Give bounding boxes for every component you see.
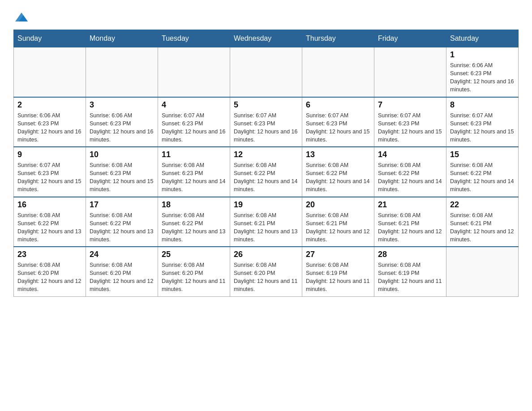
day-number: 22 [450, 200, 515, 210]
calendar-cell: 18Sunrise: 6:08 AMSunset: 6:22 PMDayligh… [158, 197, 230, 247]
day-number: 1 [450, 50, 515, 60]
calendar-cell: 26Sunrise: 6:08 AMSunset: 6:20 PMDayligh… [230, 247, 302, 296]
day-info: Sunrise: 6:07 AMSunset: 6:23 PMDaylight:… [17, 161, 82, 194]
weekday-header-friday: Friday [374, 30, 446, 47]
calendar-cell: 7Sunrise: 6:07 AMSunset: 6:23 PMDaylight… [374, 97, 446, 147]
calendar-cell: 9Sunrise: 6:07 AMSunset: 6:23 PMDaylight… [14, 147, 86, 197]
calendar-cell: 2Sunrise: 6:06 AMSunset: 6:23 PMDaylight… [14, 97, 86, 147]
day-info: Sunrise: 6:08 AMSunset: 6:21 PMDaylight:… [306, 211, 370, 244]
calendar-cell [230, 47, 302, 97]
calendar-cell: 11Sunrise: 6:08 AMSunset: 6:23 PMDayligh… [158, 147, 230, 197]
weekday-header-sunday: Sunday [14, 30, 86, 47]
day-number: 16 [17, 200, 82, 210]
calendar-cell: 28Sunrise: 6:08 AMSunset: 6:19 PMDayligh… [374, 247, 446, 296]
calendar-table: SundayMondayTuesdayWednesdayThursdayFrid… [13, 30, 519, 297]
day-info: Sunrise: 6:08 AMSunset: 6:20 PMDaylight:… [17, 261, 82, 294]
day-info: Sunrise: 6:08 AMSunset: 6:19 PMDaylight:… [306, 261, 370, 294]
day-info: Sunrise: 6:08 AMSunset: 6:21 PMDaylight:… [450, 211, 515, 244]
day-info: Sunrise: 6:06 AMSunset: 6:23 PMDaylight:… [450, 61, 515, 94]
calendar-cell: 20Sunrise: 6:08 AMSunset: 6:21 PMDayligh… [302, 197, 374, 247]
day-info: Sunrise: 6:08 AMSunset: 6:22 PMDaylight:… [162, 211, 226, 244]
day-number: 24 [90, 250, 154, 259]
calendar-cell [86, 47, 158, 97]
weekday-header-wednesday: Wednesday [230, 30, 302, 47]
day-info: Sunrise: 6:07 AMSunset: 6:23 PMDaylight:… [306, 111, 370, 144]
day-number: 17 [90, 200, 154, 210]
day-number: 6 [306, 100, 370, 110]
calendar-week-1: 1Sunrise: 6:06 AMSunset: 6:23 PMDaylight… [14, 47, 519, 97]
day-number: 19 [234, 200, 298, 210]
day-number: 4 [162, 100, 226, 110]
calendar-cell [446, 247, 519, 296]
day-info: Sunrise: 6:08 AMSunset: 6:20 PMDaylight:… [162, 261, 226, 294]
day-info: Sunrise: 6:08 AMSunset: 6:23 PMDaylight:… [90, 161, 154, 194]
day-number: 26 [234, 250, 298, 259]
calendar-cell [14, 47, 86, 97]
calendar-week-5: 23Sunrise: 6:08 AMSunset: 6:20 PMDayligh… [14, 247, 519, 296]
day-number: 2 [17, 100, 82, 110]
day-number: 20 [306, 200, 370, 210]
day-info: Sunrise: 6:07 AMSunset: 6:23 PMDaylight:… [162, 111, 226, 144]
page-header [13, 9, 519, 25]
day-number: 3 [90, 100, 154, 110]
calendar-cell: 10Sunrise: 6:08 AMSunset: 6:23 PMDayligh… [86, 147, 158, 197]
day-info: Sunrise: 6:08 AMSunset: 6:22 PMDaylight:… [17, 211, 82, 244]
day-info: Sunrise: 6:08 AMSunset: 6:20 PMDaylight:… [234, 261, 298, 294]
calendar-cell: 3Sunrise: 6:06 AMSunset: 6:23 PMDaylight… [86, 97, 158, 147]
logo [13, 9, 30, 25]
day-info: Sunrise: 6:06 AMSunset: 6:23 PMDaylight:… [90, 111, 154, 144]
calendar-cell: 12Sunrise: 6:08 AMSunset: 6:22 PMDayligh… [230, 147, 302, 197]
day-info: Sunrise: 6:08 AMSunset: 6:21 PMDaylight:… [378, 211, 442, 244]
calendar-cell: 14Sunrise: 6:08 AMSunset: 6:22 PMDayligh… [374, 147, 446, 197]
day-number: 28 [378, 250, 442, 259]
weekday-header-tuesday: Tuesday [158, 30, 230, 47]
day-info: Sunrise: 6:07 AMSunset: 6:23 PMDaylight:… [234, 111, 298, 144]
calendar-cell [374, 47, 446, 97]
day-number: 21 [378, 200, 442, 210]
calendar-cell: 15Sunrise: 6:08 AMSunset: 6:22 PMDayligh… [446, 147, 519, 197]
weekday-header-thursday: Thursday [302, 30, 374, 47]
day-number: 7 [378, 100, 442, 110]
day-info: Sunrise: 6:08 AMSunset: 6:22 PMDaylight:… [306, 161, 370, 194]
calendar-week-2: 2Sunrise: 6:06 AMSunset: 6:23 PMDaylight… [14, 97, 519, 147]
calendar-cell: 21Sunrise: 6:08 AMSunset: 6:21 PMDayligh… [374, 197, 446, 247]
calendar-cell: 25Sunrise: 6:08 AMSunset: 6:20 PMDayligh… [158, 247, 230, 296]
day-info: Sunrise: 6:08 AMSunset: 6:20 PMDaylight:… [90, 261, 154, 294]
day-number: 25 [162, 250, 226, 259]
day-number: 27 [306, 250, 370, 259]
day-info: Sunrise: 6:08 AMSunset: 6:22 PMDaylight:… [234, 161, 298, 194]
calendar-cell: 5Sunrise: 6:07 AMSunset: 6:23 PMDaylight… [230, 97, 302, 147]
calendar-cell: 6Sunrise: 6:07 AMSunset: 6:23 PMDaylight… [302, 97, 374, 147]
calendar-header: SundayMondayTuesdayWednesdayThursdayFrid… [14, 30, 519, 47]
calendar-cell: 22Sunrise: 6:08 AMSunset: 6:21 PMDayligh… [446, 197, 519, 247]
calendar-week-4: 16Sunrise: 6:08 AMSunset: 6:22 PMDayligh… [14, 197, 519, 247]
day-number: 23 [17, 250, 82, 259]
day-info: Sunrise: 6:08 AMSunset: 6:22 PMDaylight:… [378, 161, 442, 194]
calendar-body: 1Sunrise: 6:06 AMSunset: 6:23 PMDaylight… [14, 47, 519, 297]
calendar-cell: 8Sunrise: 6:07 AMSunset: 6:23 PMDaylight… [446, 97, 519, 147]
logo-icon [13, 9, 30, 25]
day-info: Sunrise: 6:08 AMSunset: 6:22 PMDaylight:… [450, 161, 515, 194]
calendar-cell [302, 47, 374, 97]
weekday-header-monday: Monday [86, 30, 158, 47]
calendar-cell: 13Sunrise: 6:08 AMSunset: 6:22 PMDayligh… [302, 147, 374, 197]
day-info: Sunrise: 6:07 AMSunset: 6:23 PMDaylight:… [378, 111, 442, 144]
day-number: 13 [306, 150, 370, 159]
calendar-cell: 24Sunrise: 6:08 AMSunset: 6:20 PMDayligh… [86, 247, 158, 296]
day-info: Sunrise: 6:08 AMSunset: 6:22 PMDaylight:… [90, 211, 154, 244]
calendar-week-3: 9Sunrise: 6:07 AMSunset: 6:23 PMDaylight… [14, 147, 519, 197]
calendar-cell: 23Sunrise: 6:08 AMSunset: 6:20 PMDayligh… [14, 247, 86, 296]
day-number: 5 [234, 100, 298, 110]
calendar-cell: 17Sunrise: 6:08 AMSunset: 6:22 PMDayligh… [86, 197, 158, 247]
calendar-cell: 1Sunrise: 6:06 AMSunset: 6:23 PMDaylight… [446, 47, 519, 97]
day-number: 10 [90, 150, 154, 159]
weekday-header-row: SundayMondayTuesdayWednesdayThursdayFrid… [14, 30, 519, 47]
day-info: Sunrise: 6:07 AMSunset: 6:23 PMDaylight:… [450, 111, 515, 144]
day-number: 15 [450, 150, 515, 159]
day-info: Sunrise: 6:08 AMSunset: 6:21 PMDaylight:… [234, 211, 298, 244]
calendar-cell: 16Sunrise: 6:08 AMSunset: 6:22 PMDayligh… [14, 197, 86, 247]
day-number: 18 [162, 200, 226, 210]
day-info: Sunrise: 6:08 AMSunset: 6:19 PMDaylight:… [378, 261, 442, 294]
weekday-header-saturday: Saturday [446, 30, 519, 47]
day-info: Sunrise: 6:08 AMSunset: 6:23 PMDaylight:… [162, 161, 226, 194]
